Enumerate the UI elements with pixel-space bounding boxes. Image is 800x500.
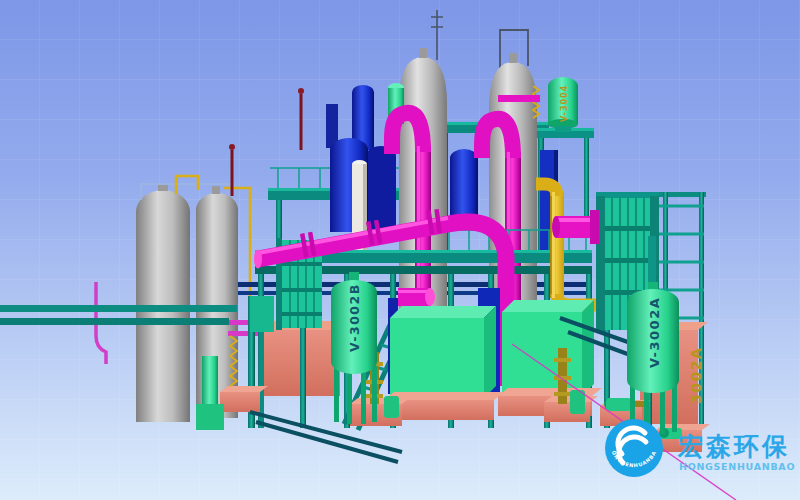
company-name-cn: 宏森环保 bbox=[677, 432, 790, 461]
vessel-v3002b-label: V-3002B bbox=[347, 283, 362, 352]
plant-3d-render: V-3004 bbox=[0, 0, 800, 500]
storage-tanks-left bbox=[136, 183, 238, 422]
plant-scene: V-3004 bbox=[0, 0, 800, 500]
company-name-en: HONGSENHUANBAO bbox=[679, 461, 795, 472]
magenta-deck-stub bbox=[398, 288, 435, 306]
vessel-v3004: V-3004 bbox=[548, 77, 578, 132]
vessel-v3002a-label: V-3002A bbox=[647, 297, 662, 368]
green-box-tank-2 bbox=[502, 300, 594, 396]
green-box-tank-1 bbox=[390, 306, 496, 398]
vessel-v3004-label: V-3004 bbox=[560, 85, 569, 122]
tag-3002a-label: 3002A bbox=[688, 347, 704, 404]
magenta-top-pipe bbox=[498, 95, 540, 102]
